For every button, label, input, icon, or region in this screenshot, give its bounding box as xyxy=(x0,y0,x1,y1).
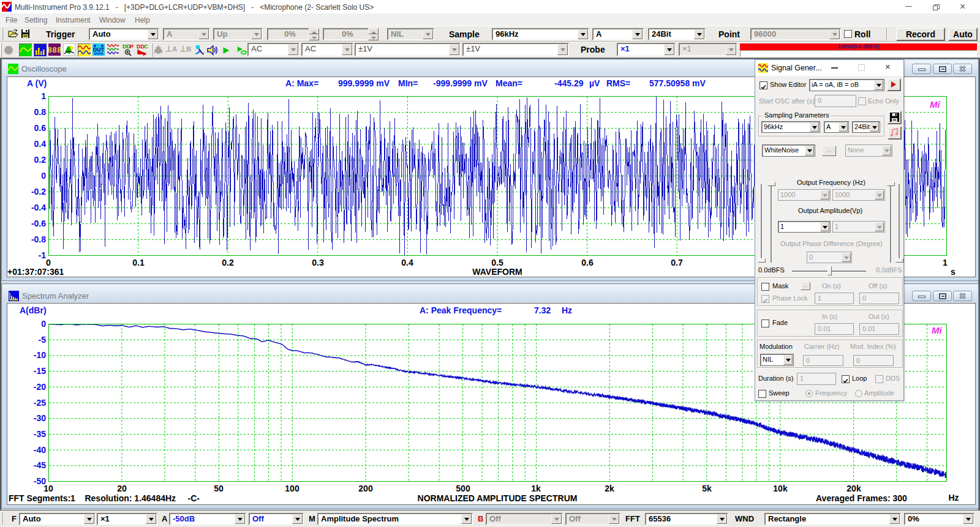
svg-text:DUT: DUT xyxy=(93,47,105,53)
svg-text:C: C xyxy=(144,43,148,50)
svg-text:P: P xyxy=(130,43,134,50)
svg-text:888: 888 xyxy=(48,46,61,55)
